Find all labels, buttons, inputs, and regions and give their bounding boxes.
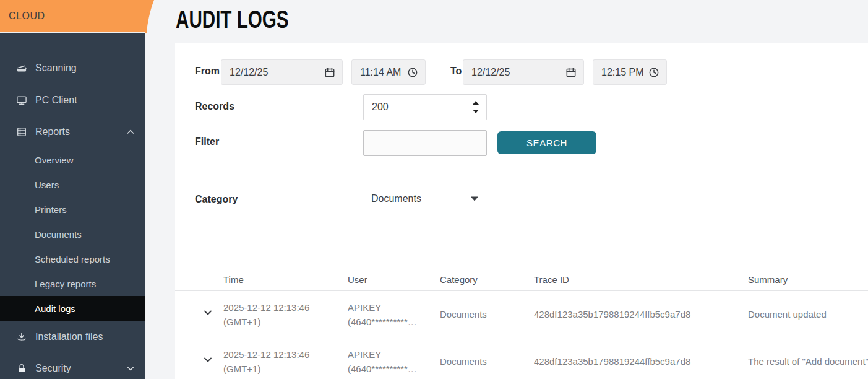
- cell-user: APIKEY (4640**********…: [348, 300, 440, 329]
- sidebar-item-label: Reports: [35, 126, 70, 137]
- sidebar-item-label: Security: [35, 363, 71, 374]
- category-select[interactable]: Documents: [363, 186, 487, 212]
- cell-user: APIKEY (4640**********…: [348, 347, 440, 376]
- row-expand-chevron-icon[interactable]: [202, 354, 214, 366]
- cell-time: 2025-12-12 12:13:46 (GMT+1): [223, 347, 348, 376]
- page-title: AUDIT LOGS: [176, 6, 289, 33]
- content-panel: From To: [175, 43, 868, 379]
- cell-trace-id: 428df123a35b1798819244ffb5c9a7d8: [534, 354, 748, 368]
- records-label: Records: [195, 100, 234, 113]
- chevron-down-icon: [126, 364, 135, 373]
- sidebar-subitem-label: Audit logs: [35, 303, 75, 314]
- sidebar-subitem-label: Printers: [35, 204, 67, 215]
- cell-trace-id: 428df123a35b1798819244ffb5c9a7d8: [534, 307, 748, 321]
- sidebar-item-label: Installation files: [35, 331, 103, 342]
- clock-icon[interactable]: [406, 66, 419, 79]
- sidebar-subitem-label: Scheduled reports: [35, 254, 110, 264]
- cell-category: Documents: [440, 307, 534, 321]
- brand-flare-decoration: [145, 0, 157, 33]
- cell-time: 2025-12-12 12:13:46 (GMT+1): [223, 300, 348, 329]
- sidebar-item-scheduled-reports[interactable]: Scheduled reports: [0, 246, 145, 271]
- column-header-time: Time: [223, 268, 348, 287]
- sidebar-subitem-label: Documents: [35, 229, 82, 240]
- dropdown-arrow-icon: [471, 197, 478, 201]
- spinner-down-icon[interactable]: [473, 110, 479, 113]
- filter-input[interactable]: [363, 130, 487, 156]
- calendar-icon[interactable]: [324, 66, 336, 79]
- table-header-row: Time User Category Trace ID Summary: [175, 263, 868, 291]
- header-spacer: [175, 274, 223, 279]
- search-button[interactable]: SEARCH: [497, 131, 596, 154]
- sidebar-item-legacy-reports[interactable]: Legacy reports: [0, 271, 145, 296]
- sidebar-subitem-label: Users: [35, 180, 59, 190]
- sidebar: CLOUD Scanning PC Client: [0, 0, 145, 379]
- sidebar-nav: Scanning PC Client Reports Overview User…: [0, 52, 145, 379]
- column-header-user: User: [348, 268, 440, 287]
- sidebar-subitem-label: Overview: [35, 155, 74, 165]
- table-row: 2025-12-12 12:13:46 (GMT+1) APIKEY (4640…: [175, 291, 868, 338]
- sidebar-item-installation-files[interactable]: Installation files: [0, 321, 145, 352]
- sidebar-item-documents[interactable]: Documents: [0, 222, 145, 246]
- column-header-summary: Summary: [748, 268, 868, 287]
- from-label: From: [195, 65, 220, 77]
- sidebar-item-label: PC Client: [35, 95, 77, 106]
- to-time-field[interactable]: [593, 59, 667, 85]
- calendar-icon[interactable]: [565, 66, 577, 79]
- filter-label: Filter: [195, 136, 219, 148]
- sidebar-item-scanning[interactable]: Scanning: [0, 52, 145, 84]
- row-expand-chevron-icon[interactable]: [202, 307, 214, 319]
- cell-category: Documents: [440, 354, 534, 368]
- cell-summary: The result of "Add document": [748, 354, 868, 368]
- cell-summary: Document updated: [748, 307, 868, 321]
- records-spinner: [473, 101, 479, 113]
- sidebar-item-security[interactable]: Security: [0, 352, 145, 379]
- audit-log-table: Time User Category Trace ID Summary 2025…: [175, 263, 868, 379]
- from-date-field[interactable]: [221, 59, 343, 85]
- from-time-field[interactable]: [351, 59, 426, 85]
- app-window: CLOUD Scanning PC Client: [0, 0, 868, 379]
- sidebar-subitem-label: Legacy reports: [35, 279, 96, 289]
- sidebar-item-pc-client[interactable]: PC Client: [0, 84, 145, 116]
- sidebar-item-reports[interactable]: Reports: [0, 116, 145, 147]
- sidebar-item-audit-logs[interactable]: Audit logs: [0, 296, 145, 321]
- column-header-trace-id: Trace ID: [534, 268, 748, 287]
- sidebar-item-printers[interactable]: Printers: [0, 197, 145, 222]
- column-header-category: Category: [440, 268, 534, 287]
- brand-name: CLOUD: [9, 11, 45, 22]
- clock-icon[interactable]: [648, 66, 660, 79]
- records-field[interactable]: 200: [363, 94, 487, 120]
- scanner-icon: [15, 61, 28, 75]
- to-label: To: [450, 65, 462, 77]
- lock-icon: [15, 362, 28, 375]
- to-date-field[interactable]: [463, 59, 584, 85]
- sidebar-item-overview[interactable]: Overview: [0, 147, 145, 172]
- reports-icon: [15, 125, 28, 139]
- category-label: Category: [195, 193, 238, 206]
- monitor-icon: [15, 94, 28, 107]
- category-selected-value: Documents: [371, 193, 421, 204]
- spinner-up-icon[interactable]: [473, 101, 479, 105]
- records-value: 200: [364, 102, 389, 113]
- main-content: AUDIT LOGS From To: [145, 0, 868, 379]
- chevron-up-icon: [126, 127, 135, 137]
- sidebar-item-label: Scanning: [35, 63, 77, 74]
- sidebar-item-users[interactable]: Users: [0, 172, 145, 197]
- download-icon: [15, 330, 28, 344]
- table-row: 2025-12-12 12:13:46 (GMT+1) APIKEY (4640…: [175, 338, 868, 379]
- brand-header: CLOUD: [0, 0, 145, 33]
